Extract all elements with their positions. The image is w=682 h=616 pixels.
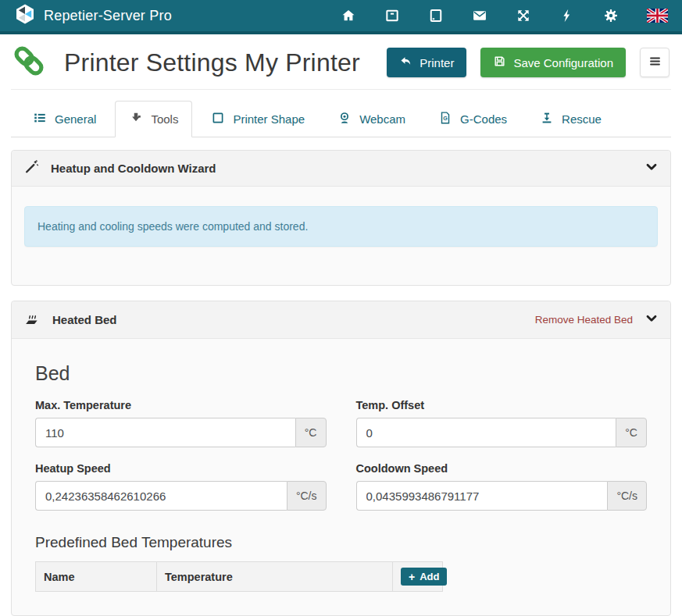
save-configuration-button[interactable]: Save Configuration: [480, 48, 626, 77]
wizard-panel-header[interactable]: Heatup and Cooldown Wizard: [12, 151, 670, 187]
max-temperature-label: Max. Temperature: [35, 399, 327, 411]
fullscreen-icon[interactable]: [516, 8, 531, 23]
cooldown-speed-label: Cooldown Speed: [356, 462, 648, 475]
column-header-temperature: Temperature: [157, 562, 393, 592]
remove-heated-bed-link[interactable]: Remove Heated Bed: [535, 314, 633, 326]
wizard-panel-body: Heating and cooling speeds were computed…: [12, 187, 670, 285]
printer-button[interactable]: Printer: [387, 48, 466, 77]
heated-bed-icon: [24, 310, 41, 329]
field-max-temperature: Max. Temperature °C: [35, 399, 327, 447]
brand-name: Repetier-Server Pro: [44, 8, 172, 24]
tab-label: Printer Shape: [233, 112, 305, 126]
field-temp-offset: Temp. Offset °C: [356, 399, 648, 447]
hamburger-menu-button[interactable]: [640, 48, 670, 77]
alert-message: Heating and cooling speeds were computed…: [37, 220, 308, 233]
unit-addon: °C: [616, 418, 647, 447]
temp-offset-label: Temp. Offset: [356, 399, 648, 411]
back-arrow-icon: [399, 55, 412, 70]
tab-general[interactable]: General: [19, 101, 110, 137]
chain-link-icon: [12, 45, 45, 80]
add-button-label: Add: [420, 571, 439, 582]
tab-tools[interactable]: Tools: [115, 101, 192, 137]
save-button-label: Save Configuration: [513, 56, 613, 69]
unit-addon: °C/s: [607, 481, 647, 511]
extruder-icon: [129, 111, 143, 127]
gcode-file-icon: G: [438, 111, 452, 127]
tab-label: Rescue: [562, 112, 602, 126]
column-header-name: Name: [36, 562, 157, 592]
max-temperature-input[interactable]: [35, 418, 295, 447]
save-icon: [493, 55, 506, 70]
page-header: Printer Settings My Printer Printer: [11, 34, 671, 90]
app-logo-icon: [14, 3, 36, 28]
rescue-icon: [540, 111, 554, 127]
navbar-icons: [341, 8, 668, 23]
tab-printer-shape[interactable]: Printer Shape: [197, 101, 319, 137]
svg-text:G: G: [443, 116, 448, 122]
predefined-temperatures-table: Name Temperature + Add: [35, 561, 443, 592]
heated-bed-panel-body: Bed Max. Temperature °C Temp. Offset °C: [12, 339, 670, 615]
tab-label: G-Codes: [460, 112, 507, 126]
wizard-panel-title: Heatup and Cooldown Wizard: [51, 162, 216, 175]
settings-gear-icon[interactable]: [603, 8, 619, 23]
tab-rescue[interactable]: Rescue: [526, 101, 616, 137]
cooldown-speed-input[interactable]: [356, 481, 608, 511]
heated-bed-panel-header[interactable]: Heated Bed Remove Heated Bed: [12, 301, 670, 339]
print-queue-icon[interactable]: [384, 8, 400, 23]
bed-section-title: Bed: [35, 362, 647, 385]
heatup-speed-label: Heatup Speed: [35, 462, 327, 475]
header-actions: Printer Save Configuration: [387, 48, 670, 77]
add-temperature-button[interactable]: + Add: [401, 568, 447, 586]
field-heatup-speed: Heatup Speed °C/s: [35, 462, 327, 511]
language-flag-uk-icon[interactable]: [647, 9, 668, 23]
tab-webcam[interactable]: Webcam: [323, 101, 420, 137]
list-icon: [33, 111, 47, 127]
temp-offset-input[interactable]: [356, 418, 616, 447]
tab-gcodes[interactable]: G G-Codes: [424, 101, 521, 137]
messages-icon[interactable]: [472, 8, 487, 23]
app-brand[interactable]: Repetier-Server Pro: [14, 3, 172, 28]
tab-label: Webcam: [359, 112, 405, 126]
power-icon[interactable]: [559, 8, 575, 23]
heatup-cooldown-wizard-panel: Heatup and Cooldown Wizard Heating and c…: [11, 150, 671, 286]
bed-settings-form: Max. Temperature °C Temp. Offset °C Heat…: [35, 399, 647, 511]
home-icon[interactable]: [341, 8, 356, 23]
top-navbar: Repetier-Server Pro: [0, 0, 682, 34]
magic-wand-icon: [24, 159, 39, 177]
square-outline-icon: [211, 111, 225, 127]
page-title: Printer Settings My Printer: [64, 48, 360, 77]
table-header-row: Name Temperature + Add: [36, 562, 443, 592]
heatup-speed-input[interactable]: [35, 481, 287, 511]
info-alert: Heating and cooling speeds were computed…: [24, 206, 658, 247]
predefined-bed-temperatures-title: Predefined Bed Temperatures: [35, 534, 647, 551]
tab-label: Tools: [151, 112, 178, 126]
heated-bed-panel-title: Heated Bed: [52, 313, 117, 326]
tab-label: General: [55, 112, 96, 126]
printer-button-label: Printer: [420, 56, 454, 69]
unit-addon: °C/s: [287, 481, 327, 511]
chevron-down-icon[interactable]: [645, 312, 658, 328]
settings-tabs: General Tools Printer Shape: [11, 101, 671, 137]
field-cooldown-speed: Cooldown Speed °C/s: [356, 462, 648, 511]
chevron-down-icon[interactable]: [645, 161, 658, 176]
heated-bed-panel: Heated Bed Remove Heated Bed Bed Max. Te…: [11, 301, 671, 616]
hamburger-icon: [648, 54, 662, 71]
plus-icon: +: [409, 571, 415, 582]
unit-addon: °C: [295, 418, 327, 447]
touchscreen-icon[interactable]: [428, 8, 444, 23]
webcam-icon: [337, 111, 352, 127]
